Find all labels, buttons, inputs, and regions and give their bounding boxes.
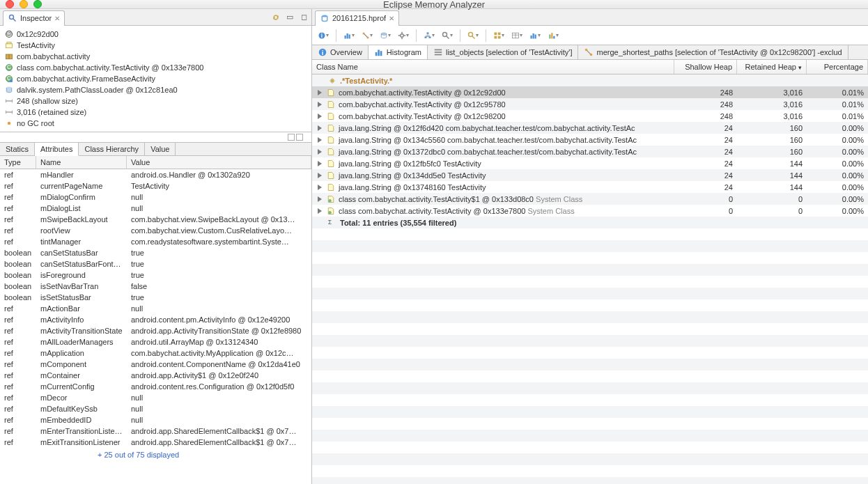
toolbar-bar-icon[interactable]: ▾ — [548, 30, 559, 41]
toolbar-search-icon[interactable]: ▾ — [467, 30, 479, 41]
filter-num[interactable] — [737, 80, 807, 81]
tree-row[interactable]: 248 (shallow size) — [0, 95, 311, 107]
attr-row[interactable]: refmApplicationcom.babychat.activity.MyA… — [0, 348, 311, 359]
attr-row[interactable]: refmDecornull — [0, 392, 311, 403]
col-type[interactable]: Type — [0, 156, 36, 169]
attr-row[interactable]: refcurrentPageNameTestActivity — [0, 180, 311, 192]
toolbar-hist2-icon[interactable]: ▾ — [529, 30, 541, 41]
attr-row[interactable]: booleanisSetNavBarTranfalse — [0, 281, 311, 292]
expand-icon[interactable] — [318, 90, 322, 95]
expand-icon[interactable] — [318, 137, 322, 143]
attr-row[interactable]: refmHandlerandroid.os.Handler @ 0x1302a9… — [0, 169, 311, 180]
col-percentage[interactable]: Percentage — [807, 60, 868, 74]
subtab-class-hierarchy[interactable]: Class Hierarchy — [79, 143, 145, 155]
attr-row[interactable]: booleancanSetStatusBartrue — [0, 247, 311, 258]
attr-row[interactable]: refmContainerandroid.app.Activity$1 @ 0x… — [0, 370, 311, 381]
tree-row[interactable]: Ccom.babychat.activity.FrameBaseActivity — [0, 73, 311, 84]
tree-row[interactable]: no GC root — [0, 118, 311, 129]
grid-row[interactable]: com.babychat.activity.TestActivity @ 0x1… — [312, 98, 868, 110]
subtab-statics[interactable]: Statics — [0, 143, 35, 155]
grid-row[interactable]: class com.babychat.activity.TestActivity… — [312, 205, 868, 217]
tree-row[interactable]: @0x12c92d00 — [0, 29, 311, 40]
grid-row[interactable]: java.lang.String @ 0x134c5560 com.babych… — [312, 134, 868, 146]
expand-icon[interactable] — [318, 125, 322, 131]
result-tab[interactable]: list_objects [selection of 'TestActivity… — [428, 45, 579, 59]
grid-row[interactable]: java.lang.String @ 0x13748160 TestActivi… — [312, 181, 868, 193]
grid-row[interactable]: java.lang.String @ 0x134dd5e0 TestActivi… — [312, 169, 868, 181]
col-class-name[interactable]: Class Name — [312, 60, 674, 74]
subtab-value[interactable]: Value — [145, 143, 176, 155]
attributes-table[interactable]: Type Name Value refmHandlerandroid.os.Ha… — [0, 156, 311, 484]
attr-row[interactable]: refrootViewcom.babychat.view.Custom.CusR… — [0, 225, 311, 236]
filter-num[interactable] — [807, 80, 868, 81]
view-menu-icon[interactable] — [288, 134, 295, 141]
attr-row[interactable]: refmComponentandroid.content.ComponentNa… — [0, 359, 311, 370]
attr-row[interactable]: refmSwipeBackLayoutcom.babychat.view.Swi… — [0, 214, 311, 225]
grid-row[interactable]: class com.babychat.activity.TestActivity… — [312, 193, 868, 205]
minimize-view-icon[interactable]: ▭ — [285, 13, 295, 22]
expand-icon[interactable] — [318, 208, 322, 214]
result-tab[interactable]: iOverview — [312, 45, 369, 59]
tree-row[interactable]: Cclass com.babychat.activity.TestActivit… — [0, 62, 311, 73]
toolbar-tree-icon[interactable]: ▾ — [424, 30, 435, 41]
sync-icon[interactable] — [271, 13, 281, 22]
inspector-tab[interactable]: Inspector ✕ — [3, 10, 65, 26]
expand-icon[interactable] — [318, 114, 322, 119]
result-tab[interactable]: Histogram — [369, 45, 428, 59]
attr-row[interactable]: refmDialogListnull — [0, 203, 311, 214]
tree-row[interactable]: TestActivity — [0, 40, 311, 51]
attr-row[interactable]: refmActivityTransitionStateandroid.app.A… — [0, 325, 311, 336]
filter-row[interactable]: .*TestActivity.* — [312, 75, 868, 86]
toolbar-hist-icon[interactable]: ▾ — [343, 30, 355, 41]
toolbar-gear-icon[interactable]: ▾ — [398, 30, 409, 41]
result-tab[interactable]: merge_shortest_paths [selection of 'Test… — [578, 45, 848, 59]
grid-row[interactable]: java.lang.String @ 0x1372dbc0 com.babych… — [312, 146, 868, 157]
filter-num[interactable] — [674, 80, 737, 81]
attr-row[interactable]: reftintManagercom.readystatesoftware.sys… — [0, 236, 311, 247]
view-max-icon[interactable] — [296, 134, 303, 141]
toolbar-lens-icon[interactable]: ▾ — [442, 30, 453, 41]
toolbar-path-icon[interactable]: ▾ — [362, 30, 373, 41]
attr-row[interactable]: booleancanSetStatusBarFont…true — [0, 258, 311, 270]
expand-icon[interactable] — [318, 196, 322, 202]
close-tab-icon[interactable]: ✕ — [54, 15, 60, 22]
attr-row[interactable]: refmEmbeddedIDnull — [0, 414, 311, 426]
maximize-view-icon[interactable]: ◻ — [299, 13, 309, 22]
result-grid[interactable]: Class Name Shallow Heap Retained Heap ▾ … — [312, 60, 868, 484]
toolbar-loader-icon[interactable]: ▾ — [380, 30, 391, 41]
attr-row[interactable]: booleanisForegroundtrue — [0, 270, 311, 281]
attr-row[interactable]: booleanisSetStatusBartrue — [0, 292, 311, 303]
expand-icon[interactable] — [318, 102, 322, 107]
grid-row[interactable]: java.lang.String @ 0x12f6d420 com.babych… — [312, 122, 868, 134]
attr-row[interactable]: refmCurrentConfigandroid.content.res.Con… — [0, 381, 311, 392]
col-name[interactable]: Name — [36, 156, 127, 169]
attr-row[interactable]: refmEnterTransitionListenerandroid.app.S… — [0, 426, 311, 437]
attr-row[interactable]: refmExitTransitionListenerandroid.app.Sh… — [0, 437, 311, 448]
toolbar-grid-icon[interactable]: ▾ — [493, 30, 504, 41]
expand-icon[interactable] — [318, 149, 322, 155]
close-file-tab-icon[interactable]: ✕ — [389, 15, 394, 22]
attr-row[interactable]: refmDefaultKeySsbnull — [0, 403, 311, 414]
tree-row[interactable]: com.babychat.activity — [0, 51, 311, 62]
attr-row[interactable]: refmActionBarnull — [0, 303, 311, 314]
grid-row[interactable]: java.lang.String @ 0x12fb5fc0 TestActivi… — [312, 157, 868, 169]
grid-row[interactable]: com.babychat.activity.TestActivity @ 0x1… — [312, 86, 868, 98]
show-more-link[interactable]: + 25 out of 75 displayed — [0, 448, 311, 462]
tree-row[interactable]: 3,016 (retained size) — [0, 107, 311, 118]
col-retained-heap[interactable]: Retained Heap ▾ — [737, 60, 807, 74]
attr-row[interactable]: refmAllLoaderManagersandroid.util.ArrayM… — [0, 336, 311, 348]
col-value[interactable]: Value — [127, 156, 311, 169]
filter-regex[interactable]: .*TestActivity.* — [340, 77, 392, 85]
toolbar-info-icon[interactable]: i▾ — [318, 30, 329, 41]
grid-row[interactable]: com.babychat.activity.TestActivity @ 0x1… — [312, 110, 868, 122]
expand-icon[interactable] — [318, 173, 322, 178]
subtab-attributes[interactable]: Attributes — [35, 143, 79, 156]
hprof-file-tab[interactable]: 20161215.hprof ✕ — [315, 10, 399, 26]
col-shallow-heap[interactable]: Shallow Heap — [674, 60, 737, 74]
tree-row[interactable]: dalvik.system.PathClassLoader @ 0x12c81e… — [0, 84, 311, 95]
toolbar-table-icon[interactable]: ▾ — [511, 30, 522, 41]
expand-icon[interactable] — [318, 161, 322, 166]
attr-row[interactable]: refmDialogConfirmnull — [0, 192, 311, 203]
attr-row[interactable]: refmActivityInfoandroid.content.pm.Activ… — [0, 314, 311, 325]
expand-icon[interactable] — [318, 185, 322, 190]
